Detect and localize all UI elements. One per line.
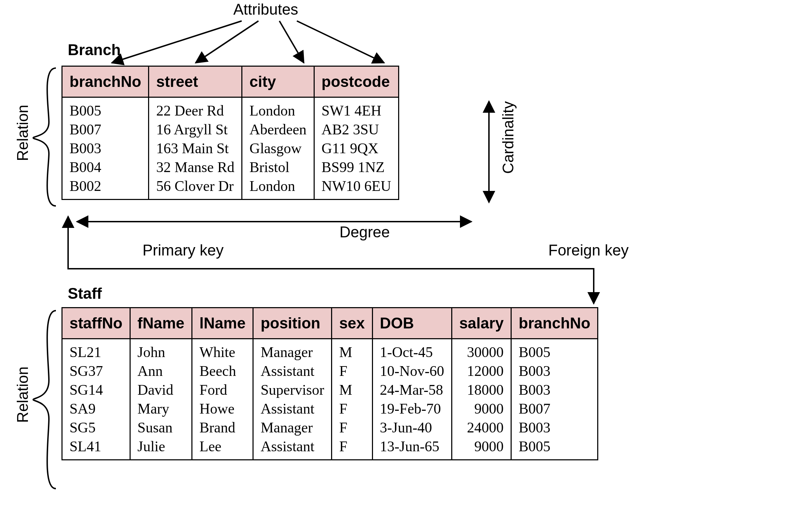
svg-line-0	[112, 21, 242, 63]
label-primary-key: Primary key	[142, 242, 224, 259]
table-cell: B005	[519, 343, 590, 362]
table-cell: 3-Jun-40	[380, 418, 444, 437]
column-header: position	[253, 308, 332, 339]
brace-relation-staff	[33, 311, 56, 489]
table-cell: B003	[70, 139, 141, 158]
table-cell: John	[138, 343, 185, 362]
table-cell: B003	[519, 362, 590, 380]
table-cell: NW10 6EU	[322, 177, 391, 195]
table-cell: Mary	[138, 399, 185, 418]
svg-line-2	[279, 21, 304, 63]
table-cell: Manager	[261, 343, 324, 362]
label-relation-branch: Relation	[14, 105, 31, 161]
table-cell: Supervisor	[261, 380, 324, 399]
table-column: 1-Oct-4510-Nov-6024-Mar-5819-Feb-703-Jun…	[372, 339, 452, 460]
svg-line-3	[297, 21, 384, 63]
table-cell: Manager	[261, 418, 324, 437]
table-cell: 9000	[459, 437, 504, 456]
table-cell: Brand	[199, 418, 246, 437]
label-attributes: Attributes	[233, 1, 298, 18]
table-cell: 32 Manse Rd	[156, 158, 234, 177]
column-header: city	[242, 66, 314, 97]
table-cell: Howe	[199, 399, 246, 418]
table-cell: 16 Argyll St	[156, 120, 234, 139]
column-header: fName	[130, 308, 192, 339]
table-cell: M	[339, 380, 365, 399]
table-cell: 18000	[459, 380, 504, 399]
table-column: LondonAberdeenGlasgowBristolLondon	[242, 97, 314, 200]
table-column: B005B003B003B007B003B005	[511, 339, 598, 460]
table-cell: B005	[519, 437, 590, 456]
table-cell: B004	[70, 158, 141, 177]
table-cell: London	[249, 177, 306, 195]
column-header: branchNo	[62, 66, 149, 97]
table-cell: B003	[519, 380, 590, 399]
table-cell: AB2 3SU	[322, 120, 391, 139]
table-cell: 13-Jun-65	[380, 437, 444, 456]
column-header: sex	[332, 308, 372, 339]
table-column: SL21SG37SG14SA9SG5SL41	[62, 339, 130, 460]
table-cell: Bristol	[249, 158, 306, 177]
table-cell: F	[339, 437, 365, 456]
table-cell: B003	[519, 418, 590, 437]
label-relation-staff: Relation	[14, 366, 31, 423]
table-cell: London	[249, 101, 306, 120]
table-cell: 22 Deer Rd	[156, 101, 234, 120]
table-cell: F	[339, 418, 365, 437]
label-degree: Degree	[339, 223, 390, 241]
table-cell: 12000	[459, 362, 504, 380]
table-cell: B005	[70, 101, 141, 120]
table-cell: Julie	[138, 437, 185, 456]
branch-table: branchNostreetcitypostcodeB005B007B003B0…	[61, 66, 399, 200]
table-cell: David	[138, 380, 185, 399]
table-cell: Assistant	[261, 362, 324, 380]
table-cell: B007	[70, 120, 141, 139]
table-cell: Assistant	[261, 399, 324, 418]
table-cell: SA9	[70, 399, 123, 418]
table-column: MFMFFF	[332, 339, 372, 460]
table-cell: SG14	[70, 380, 123, 399]
table-cell: Ann	[138, 362, 185, 380]
table-cell: 30000	[459, 343, 504, 362]
svg-line-1	[196, 21, 258, 63]
column-header: DOB	[372, 308, 452, 339]
table-cell: SG37	[70, 362, 123, 380]
column-header: street	[149, 66, 242, 97]
table-cell: 56 Clover Dr	[156, 177, 234, 195]
table-cell: 19-Feb-70	[380, 399, 444, 418]
diagram-canvas: Attributes Branch branchNostreetcitypost…	[0, 0, 812, 512]
table-column: SW1 4EHAB2 3SUG11 9QXBS99 1NZNW10 6EU	[314, 97, 398, 200]
table-cell: Ford	[199, 380, 246, 399]
attributes-arrows	[112, 21, 384, 63]
table-cell: B007	[519, 399, 590, 418]
table-cell: SL21	[70, 343, 123, 362]
column-header: staffNo	[62, 308, 130, 339]
table-cell: M	[339, 343, 365, 362]
table-cell: F	[339, 362, 365, 380]
table-cell: F	[339, 399, 365, 418]
primary-foreign-key-arrow	[68, 216, 594, 304]
table-cell: B002	[70, 177, 141, 195]
table-cell: 24000	[459, 418, 504, 437]
column-header: salary	[452, 308, 511, 339]
table-cell: SG5	[70, 418, 123, 437]
table-cell: Assistant	[261, 437, 324, 456]
column-header: lName	[192, 308, 253, 339]
table-cell: SL41	[70, 437, 123, 456]
table-cell: Susan	[138, 418, 185, 437]
table-column: ManagerAssistantSupervisorAssistantManag…	[253, 339, 332, 460]
table-column: B005B007B003B004B002	[62, 97, 149, 200]
table-cell: Aberdeen	[249, 120, 306, 139]
staff-table: staffNofNamelNamepositionsexDOBsalarybra…	[61, 307, 598, 460]
brace-relation-branch	[33, 68, 56, 206]
label-branch: Branch	[68, 41, 121, 59]
table-cell: 163 Main St	[156, 139, 234, 158]
table-cell: BS99 1NZ	[322, 158, 391, 177]
label-foreign-key: Foreign key	[548, 242, 629, 259]
table-column: 3000012000180009000240009000	[452, 339, 511, 460]
table-cell: 9000	[459, 399, 504, 418]
table-column: JohnAnnDavidMarySusanJulie	[130, 339, 192, 460]
table-column: 22 Deer Rd16 Argyll St163 Main St32 Mans…	[149, 97, 242, 200]
column-header: branchNo	[511, 308, 598, 339]
table-cell: Lee	[199, 437, 246, 456]
